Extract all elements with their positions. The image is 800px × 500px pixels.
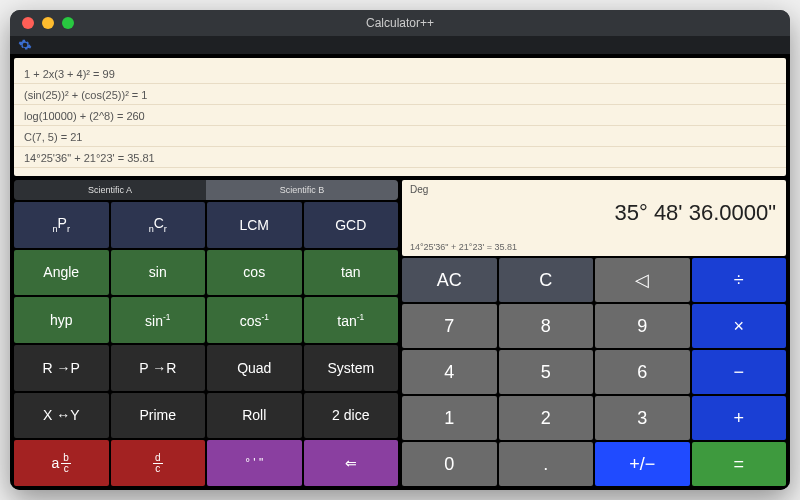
scientific-grid: nPr nCr LCM GCD Angle sin cos tan hyp si… [14, 202, 398, 486]
digit-7-button[interactable]: 7 [402, 304, 497, 348]
main-area: Scientific A Scientific B nPr nCr LCM GC… [14, 180, 786, 486]
all-clear-button[interactable]: AC [402, 258, 497, 302]
divide-button[interactable]: ÷ [692, 258, 787, 302]
fraction-button[interactable]: dc [111, 440, 206, 486]
digit-2-button[interactable]: 2 [499, 396, 594, 440]
digit-8-button[interactable]: 8 [499, 304, 594, 348]
history-line: log(10000) + (2^8) = 260 [24, 106, 776, 127]
display-expression: 14°25'36" + 21°23' = 35.81 [410, 242, 517, 252]
decimal-button[interactable]: . [499, 442, 594, 486]
hyp-button[interactable]: hyp [14, 297, 109, 343]
lcm-button[interactable]: LCM [207, 202, 302, 248]
add-button[interactable]: + [692, 396, 787, 440]
prime-button[interactable]: Prime [111, 393, 206, 439]
content: 1 + 2x(3 + 4)² = 99 (sin(25))² + (cos(25… [10, 54, 790, 490]
window-title: Calculator++ [10, 16, 790, 30]
numeric-grid: AC C ◁ ÷ 7 8 9 × 4 5 6 − 1 2 3 + 0 [402, 258, 786, 486]
mixed-fraction-button[interactable]: abc [14, 440, 109, 486]
p-to-r-button[interactable]: P →R [111, 345, 206, 391]
clear-button[interactable]: C [499, 258, 594, 302]
tab-scientific-b[interactable]: Scientific B [206, 180, 398, 200]
npr-button[interactable]: nPr [14, 202, 109, 248]
digit-9-button[interactable]: 9 [595, 304, 690, 348]
display: Deg 35° 48' 36.0000" 14°25'36" + 21°23' … [402, 180, 786, 256]
equals-button[interactable]: = [692, 442, 787, 486]
system-button[interactable]: System [304, 345, 399, 391]
app-window: Calculator++ 1 + 2x(3 + 4)² = 99 (sin(25… [10, 10, 790, 490]
subtract-button[interactable]: − [692, 350, 787, 394]
backspace-button[interactable]: ⇐ [304, 440, 399, 486]
titlebar: Calculator++ [10, 10, 790, 36]
atan-button[interactable]: tan-1 [304, 297, 399, 343]
settings-icon[interactable] [18, 38, 32, 52]
history-line: 14°25'36" + 21°23' = 35.81 [24, 148, 776, 169]
multiply-button[interactable]: × [692, 304, 787, 348]
swap-xy-button[interactable]: X ↔Y [14, 393, 109, 439]
history-tape[interactable]: 1 + 2x(3 + 4)² = 99 (sin(25))² + (cos(25… [14, 58, 786, 176]
gcd-button[interactable]: GCD [304, 202, 399, 248]
quad-button[interactable]: Quad [207, 345, 302, 391]
ncr-button[interactable]: nCr [111, 202, 206, 248]
dice-button[interactable]: 2 dice [304, 393, 399, 439]
mode-tabs: Scientific A Scientific B [14, 180, 398, 200]
digit-3-button[interactable]: 3 [595, 396, 690, 440]
negate-button[interactable]: +/− [595, 442, 690, 486]
numeric-panel: Deg 35° 48' 36.0000" 14°25'36" + 21°23' … [402, 180, 786, 486]
digit-5-button[interactable]: 5 [499, 350, 594, 394]
tab-scientific-a[interactable]: Scientific A [14, 180, 206, 200]
r-to-p-button[interactable]: R →P [14, 345, 109, 391]
display-value: 35° 48' 36.0000" [615, 200, 777, 226]
dms-button[interactable]: ° ' " [207, 440, 302, 486]
angle-button[interactable]: Angle [14, 250, 109, 296]
digit-0-button[interactable]: 0 [402, 442, 497, 486]
toolbar [10, 36, 790, 54]
tan-button[interactable]: tan [304, 250, 399, 296]
history-line: (sin(25))² + (cos(25))² = 1 [24, 85, 776, 106]
scientific-panel: Scientific A Scientific B nPr nCr LCM GC… [14, 180, 398, 486]
digit-4-button[interactable]: 4 [402, 350, 497, 394]
digit-1-button[interactable]: 1 [402, 396, 497, 440]
history-line: C(7, 5) = 21 [24, 127, 776, 148]
delete-button[interactable]: ◁ [595, 258, 690, 302]
history-line: 1 + 2x(3 + 4)² = 99 [24, 64, 776, 85]
asin-button[interactable]: sin-1 [111, 297, 206, 343]
sin-button[interactable]: sin [111, 250, 206, 296]
acos-button[interactable]: cos-1 [207, 297, 302, 343]
digit-6-button[interactable]: 6 [595, 350, 690, 394]
angle-mode: Deg [410, 184, 428, 195]
roll-button[interactable]: Roll [207, 393, 302, 439]
cos-button[interactable]: cos [207, 250, 302, 296]
